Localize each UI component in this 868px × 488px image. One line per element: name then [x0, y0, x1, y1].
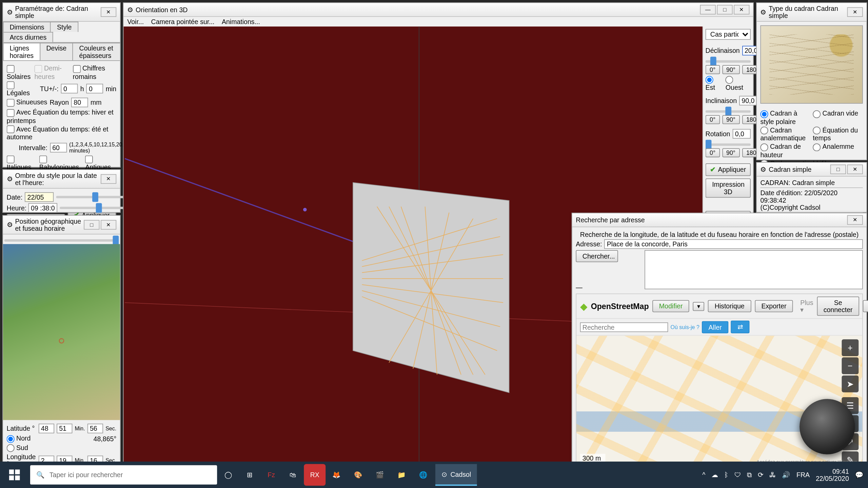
menu-camera[interactable]: Camera pointée sur... — [151, 18, 215, 25]
rot-0-button[interactable]: 0° — [706, 148, 720, 157]
tray-date[interactable]: 22/05/2020 — [816, 475, 849, 482]
results-textarea[interactable] — [645, 250, 863, 289]
rb-nord[interactable]: Nord — [7, 434, 31, 443]
rb-hauteur[interactable]: Cadran de hauteur — [760, 143, 810, 159]
tray-dropbox-icon[interactable]: ⧉ — [747, 471, 752, 479]
cb-italiques[interactable]: Italiques — [7, 155, 37, 171]
cas-select[interactable]: Cas particuliers — [706, 29, 751, 40]
menu-anim[interactable]: Animations... — [222, 18, 260, 25]
tray-lang[interactable]: FRA — [796, 471, 810, 479]
tab-devise[interactable]: Devise — [40, 43, 73, 60]
app-chrome-icon[interactable]: 🌐 — [412, 464, 434, 486]
tray-chevron-up-icon[interactable]: ^ — [702, 471, 705, 479]
lat-min-input[interactable] — [57, 424, 72, 433]
rb-analemme[interactable]: Analemme — [813, 143, 863, 159]
incl-input[interactable] — [739, 96, 757, 105]
close-icon[interactable]: ✕ — [847, 215, 863, 225]
rayon-input[interactable] — [71, 98, 88, 107]
mini-map[interactable] — [3, 244, 120, 420]
tray-time[interactable]: 09:41 — [816, 468, 849, 475]
historique-button[interactable]: Historique — [708, 300, 751, 312]
rb-analemmatique[interactable]: Cadran analemmatique — [760, 126, 810, 142]
cb-sinueuses[interactable]: Sinueuses — [7, 99, 47, 107]
lat-sec-input[interactable] — [87, 424, 103, 433]
close-icon[interactable]: ✕ — [101, 7, 116, 17]
rb-polaire[interactable]: Cadran à style polaire — [760, 110, 810, 125]
incl-90-button[interactable]: 90° — [722, 115, 740, 124]
tray-shield-icon[interactable]: 🛡 — [734, 471, 741, 479]
tray-network-icon[interactable]: 🖧 — [769, 471, 776, 479]
zoom-in-button[interactable]: + — [842, 339, 859, 356]
cb-eq-ete[interactable]: Avec Équation du temps: été et automne — [7, 125, 117, 141]
decl-slider[interactable] — [706, 60, 751, 63]
tab-style[interactable]: Style — [50, 22, 78, 32]
incl-0-button[interactable]: 0° — [706, 115, 720, 124]
intervalle-input[interactable] — [50, 143, 67, 152]
modifier-drop-button[interactable]: ▾ — [693, 302, 705, 311]
tray-onedrive-icon[interactable]: ☁ — [711, 471, 718, 479]
rb-equation[interactable]: Équation du temps — [813, 126, 863, 142]
zoom-out-button[interactable]: − — [842, 358, 859, 374]
adresse-input[interactable] — [605, 239, 863, 249]
close-icon[interactable]: ✕ — [734, 5, 749, 14]
maximize-icon[interactable]: □ — [717, 5, 732, 14]
rb-vide[interactable]: Cadran vide — [813, 110, 863, 125]
maximize-icon[interactable]: □ — [84, 220, 99, 229]
rb-sud[interactable]: Sud — [7, 444, 28, 452]
incl-slider[interactable] — [706, 110, 751, 113]
maximize-icon[interactable]: □ — [830, 164, 846, 174]
tab-lignes[interactable]: Lignes horaires — [3, 43, 40, 60]
app-generic1-icon[interactable]: 🦊 — [326, 464, 347, 486]
rot-90-button[interactable]: 90° — [722, 148, 740, 157]
close-icon[interactable]: ✕ — [847, 7, 863, 17]
menu-voir[interactable]: Voir... — [127, 18, 144, 25]
cb-solaires[interactable]: Solaires — [7, 64, 32, 80]
tu-m-input[interactable] — [86, 84, 103, 94]
tu-h-input[interactable] — [61, 84, 78, 94]
app-store-icon[interactable]: 🛍 — [282, 464, 304, 486]
lat-deg-input[interactable] — [39, 424, 54, 433]
tab-arcs[interactable]: Arcs diurnes — [3, 32, 53, 42]
rot-input[interactable] — [733, 129, 751, 138]
close-icon[interactable]: ✕ — [101, 174, 116, 184]
app-generic2-icon[interactable]: 🎨 — [347, 464, 369, 486]
app-filezilla-icon[interactable]: Fz — [260, 464, 282, 486]
aller-button[interactable]: Aller — [702, 321, 728, 333]
tray-sync-icon[interactable]: ⟳ — [758, 471, 763, 479]
sinscrire-button[interactable]: S'inscrire — [863, 300, 868, 312]
cb-babyloniques[interactable]: Babyloniques — [39, 155, 83, 171]
date-input[interactable] — [25, 192, 54, 202]
chercher-button[interactable]: Chercher... — [576, 250, 618, 262]
rot-slider[interactable] — [706, 143, 751, 146]
rb-ouest3d[interactable]: Ouest — [726, 75, 751, 91]
app-generic3-icon[interactable]: 🎬 — [369, 464, 391, 486]
exporter-button[interactable]: Exporter — [755, 300, 793, 312]
cb-chiffres[interactable]: Chiffres romains — [73, 64, 117, 80]
start-button[interactable] — [0, 462, 29, 488]
app-rx-icon[interactable]: RX — [304, 464, 326, 486]
tray-bluetooth-icon[interactable]: ᛒ — [724, 471, 728, 479]
tab-dimensions[interactable]: Dimensions — [3, 22, 51, 32]
tray-notifications-icon[interactable]: 💬 — [855, 471, 864, 479]
heure-input[interactable] — [28, 203, 57, 212]
taskbar-app-cadsol[interactable]: ⊙ Cadsol — [435, 464, 477, 486]
close-icon[interactable]: ✕ — [847, 164, 863, 174]
zoom-slider[interactable] — [4, 239, 119, 242]
modifier-button[interactable]: Modifier — [652, 300, 689, 312]
route-button[interactable]: ⇄ — [731, 321, 749, 333]
decl-90-button[interactable]: 90° — [722, 65, 740, 74]
app-explorer-icon[interactable]: 📁 — [391, 464, 412, 486]
tab-couleurs[interactable]: Couleurs et épaisseurs — [73, 43, 121, 60]
tray-volume-icon[interactable]: 🔊 — [782, 471, 790, 479]
print3d-button[interactable]: Impression 3D — [706, 178, 751, 198]
rb-est[interactable]: Est — [706, 75, 723, 91]
taskview-icon[interactable]: ⊞ — [239, 464, 260, 486]
close-icon[interactable]: ✕ — [101, 220, 116, 229]
cortana-icon[interactable]: ◯ — [217, 464, 239, 486]
cb-eq-hiver[interactable]: Avec Équation du temps: hiver et printem… — [7, 108, 117, 124]
seconnecter-button[interactable]: Se connecter — [817, 297, 859, 316]
locate-button[interactable]: ➤ — [842, 375, 859, 392]
ou-suis-je[interactable]: Où suis-je ? — [670, 324, 699, 330]
view3d-apply-button[interactable]: ✔Appliquer — [706, 163, 751, 176]
plus-button[interactable]: Plus ▾ — [800, 299, 813, 313]
